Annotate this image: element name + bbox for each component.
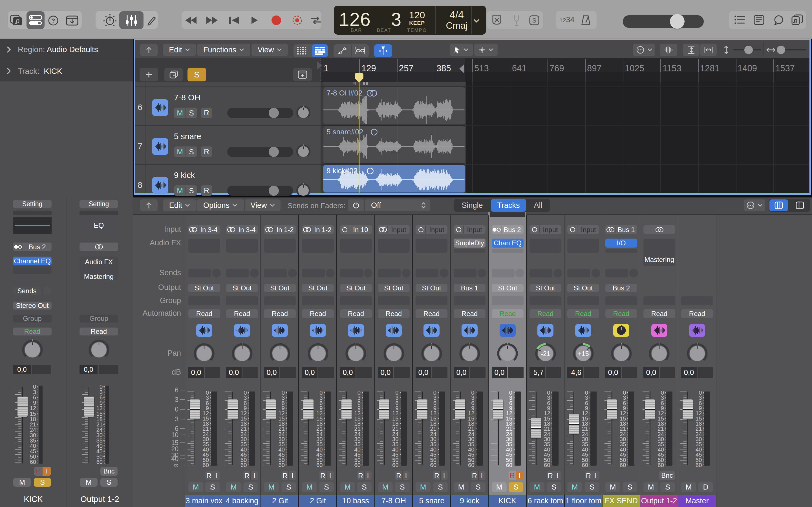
svg-text:-21: -21 [541, 350, 550, 357]
svg-text:+15: +15 [578, 350, 589, 357]
svg-text:?: ? [52, 17, 55, 24]
svg-text:S: S [532, 17, 537, 24]
